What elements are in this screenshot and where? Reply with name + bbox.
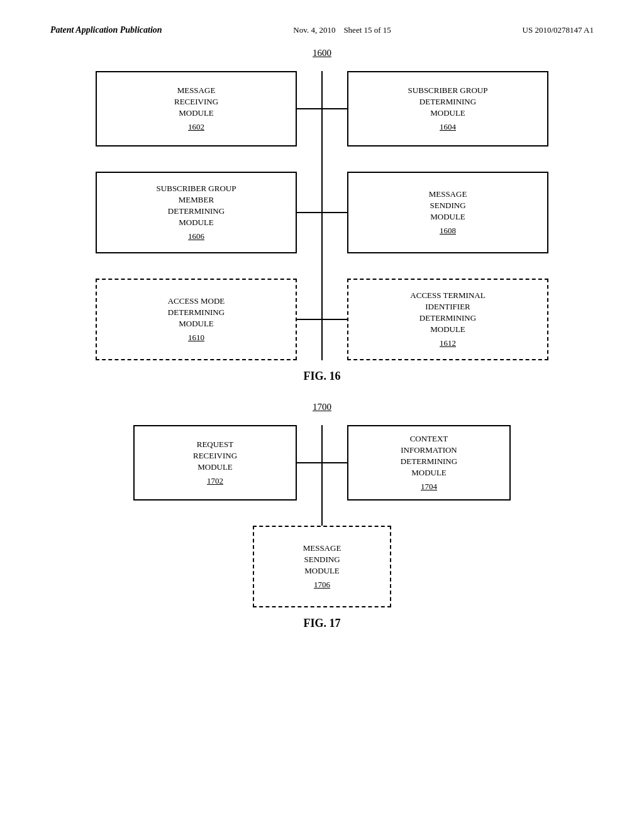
fig16-top-number: 1600 — [38, 48, 606, 58]
v-tick-up — [321, 96, 323, 109]
module-1702: REQUESTRECEIVINGMODULE 1702 — [133, 425, 297, 501]
fig17-connector-row1 — [297, 425, 347, 501]
figure-16-section: 1600 MESSAGERECEIVINGMODULE 1602 — [38, 48, 606, 383]
patent-number: US 2010/0278147 A1 — [523, 25, 594, 35]
module-1602: MESSAGERECEIVINGMODULE 1602 — [96, 71, 297, 147]
v-tick3-down — [321, 319, 323, 332]
connector-row1 — [297, 71, 347, 147]
fig17-label: FIG. 17 — [38, 617, 606, 630]
connector-row3 — [297, 279, 347, 360]
fig17-lower-row: MESSAGESENDINGMODULE 1706 — [133, 526, 511, 607]
v-tick2-up — [321, 200, 323, 213]
fig17-v-tick-down — [321, 463, 323, 475]
v-tick2-down — [321, 213, 323, 225]
module-1706: MESSAGESENDINGMODULE 1706 — [253, 526, 391, 607]
module-1606: SUBSCRIBER GROUPMEMBERDETERMININGMODULE … — [96, 172, 297, 253]
connector-row2 — [297, 172, 347, 253]
v-tick3-up — [321, 307, 323, 319]
module-1612: ACCESS TERMINALIDENTIFIERDETERMININGMODU… — [347, 279, 548, 360]
spacer-1 — [96, 147, 548, 172]
main-content: 1600 MESSAGERECEIVINGMODULE 1602 — [0, 48, 644, 630]
figure-17-section: 1700 REQUESTRECEIVINGMODULE 1702 — [38, 402, 606, 630]
module-1604: SUBSCRIBER GROUPDETERMININGMODULE 1604 — [347, 71, 548, 147]
publication-date: Nov. 4, 2010 Sheet 15 of 15 — [293, 25, 391, 35]
module-1608: MESSAGESENDINGMODULE 1608 — [347, 172, 548, 253]
v-tick-down — [321, 109, 323, 121]
fig17-v-tick-up — [321, 450, 323, 463]
spacer-2 — [96, 253, 548, 279]
page-header: Patent Application Publication Nov. 4, 2… — [0, 0, 644, 48]
fig16-diagram: MESSAGERECEIVINGMODULE 1602 — [96, 71, 548, 360]
module-1704: CONTEXTINFORMATIONDETERMININGMODULE 1704 — [347, 425, 511, 501]
fig17-top-number: 1700 — [38, 402, 606, 412]
publication-label: Patent Application Publication — [50, 25, 162, 35]
fig16-label: FIG. 16 — [38, 370, 606, 383]
fig17-diagram: REQUESTRECEIVINGMODULE 1702 CONTEXTINFOR… — [133, 425, 511, 607]
module-1610: ACCESS MODEDETERMININGMODULE 1610 — [96, 279, 297, 360]
